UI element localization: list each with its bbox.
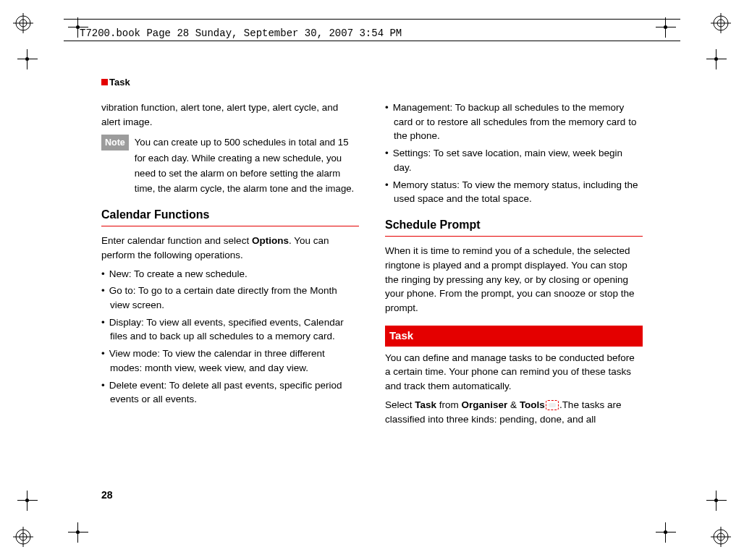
crop-mark-icon [702,45,731,74]
page-frame: T7200.book Page 28 Sunday, September 30,… [43,0,701,560]
text: Select [385,399,415,410]
options-bold: Options [252,235,289,246]
tools-inline-icon [546,400,559,410]
header-rule-bottom [64,41,680,41]
calendar-bullets-continued: Management: To backup all schedules to t… [385,101,643,206]
text: from [436,399,462,410]
calendar-intro: Enter calendar function and select Optio… [101,234,359,262]
bold-organiser: Organiser [462,399,508,410]
list-item: Settings: To set save location, main vie… [385,146,643,174]
text: Enter calendar function and select [101,235,252,246]
list-item: New: To create a new schedule. [101,267,359,281]
heading-rule [385,236,643,237]
list-item: Memory status: To view the memory status… [385,178,643,206]
bold-tools: Tools [520,399,545,410]
registration-mark-icon [13,527,33,547]
list-item: View mode: To view the calendar in three… [101,347,359,375]
registration-mark-icon [13,13,33,33]
note-block: Note You can create up to 500 schedules … [101,135,359,196]
note-text: You can create up to 500 schedules in to… [135,135,359,196]
heading-rule [101,226,359,226]
task-select-paragraph: Select Task from Organiser & Tools.The t… [385,398,643,426]
schedule-prompt-paragraph: When it is time to remind you of a sched… [385,244,643,315]
header-rule-top [64,19,680,20]
note-badge: Note [101,135,129,150]
content-area: Task vibration function, alert tone, ale… [101,77,643,459]
list-item: Go to: To go to a certain date directly … [101,284,359,312]
page-number: 28 [101,489,113,501]
list-item: Delete event: To delete all past events,… [101,378,359,407]
left-column: vibration function, alert tone, alert ty… [101,101,359,430]
crop-mark-icon [13,486,42,515]
bold-task: Task [415,399,436,410]
list-item: Display: To view all events, specified e… [101,315,359,344]
registration-mark-icon [711,13,731,33]
registration-mark-icon [711,527,731,547]
crop-mark-icon [13,45,42,74]
text: & [507,399,520,410]
crop-mark-icon [702,486,731,515]
running-head: Task [101,77,643,88]
task-intro-paragraph: You can define and manage tasks to be co… [385,351,643,394]
running-head-marker-icon [101,79,108,85]
task-section-bar: Task [385,326,643,347]
right-column: Management: To backup all schedules to t… [385,101,643,430]
heading-calendar-functions: Calendar Functions [101,206,359,223]
calendar-bullets: New: To create a new schedule. Go to: To… [101,267,359,407]
draft-header-line: T7200.book Page 28 Sunday, September 30,… [80,27,402,39]
heading-schedule-prompt: Schedule Prompt [385,216,643,233]
intro-paragraph: vibration function, alert tone, alert ty… [101,101,359,129]
running-head-text: Task [109,77,130,88]
list-item: Management: To backup all schedules to t… [385,101,643,143]
